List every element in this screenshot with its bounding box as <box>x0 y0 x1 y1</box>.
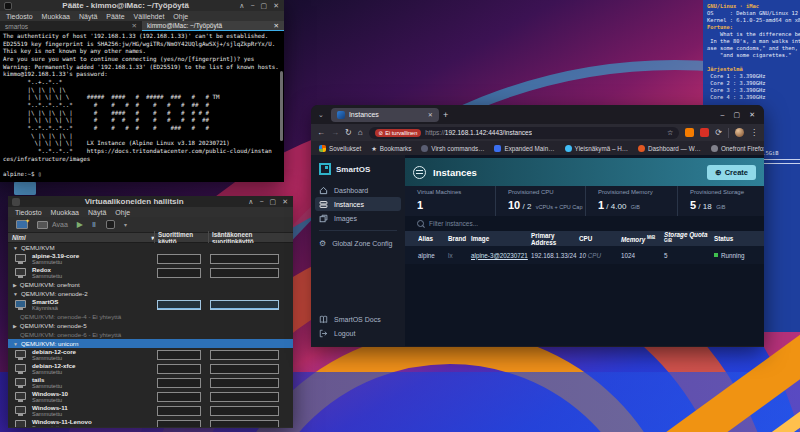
vmm-titlebar[interactable]: Virtuaalikoneiden hallitsin ∧ − ▢ ✕ <box>8 196 293 207</box>
filter-input[interactable]: Filter instances... <box>405 216 764 231</box>
bookmark-item[interactable]: Yleisnäkymä – H… <box>565 145 629 152</box>
tab-close-icon[interactable]: ✕ <box>132 22 137 30</box>
browser-tab[interactable]: Instances ✕ <box>331 108 439 122</box>
pause-icon[interactable]: ‖ <box>92 220 97 229</box>
rollup-icon[interactable]: ∧ <box>239 2 244 10</box>
sidebar-item-instances[interactable]: Instances <box>315 197 401 211</box>
play-icon[interactable]: ▶ <box>77 220 83 229</box>
menu-muokkaa[interactable]: Muokkaa <box>51 209 79 216</box>
menu-ohje[interactable]: Ohje <box>173 13 188 20</box>
col-memory[interactable]: Memory MiB <box>621 235 664 243</box>
back-icon[interactable]: ← <box>317 128 325 137</box>
create-button[interactable]: ⊕Create <box>707 165 756 180</box>
extension-icon-orange[interactable] <box>685 128 694 137</box>
column-name[interactable]: Nimi▾ <box>8 234 154 241</box>
col-status[interactable]: Status <box>714 235 764 242</box>
account-avatar[interactable] <box>735 128 744 137</box>
vm-row[interactable]: alpine-3.19-core Sammutettu <box>8 252 293 266</box>
col-primary-address[interactable]: Primary Address <box>531 232 579 246</box>
maximize-icon[interactable]: ▢ <box>270 198 277 206</box>
bookmark-item[interactable]: ★Bookmarks <box>371 145 411 152</box>
close-icon[interactable]: ✕ <box>749 111 755 119</box>
bookmark-item[interactable]: Virsh commands… <box>421 145 484 152</box>
terminal-tab-smartos[interactable]: smartos ✕ <box>0 21 142 31</box>
terminal-titlebar[interactable]: Pääte - kimmo@iMac: ~/Työpöytä ∧ − ▢ ✕ <box>0 0 284 11</box>
vm-row[interactable]: debian-12-xfce Sammutettu <box>8 362 293 376</box>
close-icon[interactable]: ✕ <box>273 2 279 10</box>
open-vm-icon[interactable] <box>37 221 48 229</box>
bookmark-item[interactable]: Sovellukset <box>319 145 361 152</box>
tab-close-icon[interactable]: ✕ <box>428 111 433 118</box>
bookmark-item[interactable]: Expanded Main… <box>494 145 554 152</box>
menu-paate[interactable]: Pääte <box>106 13 124 20</box>
vm-row[interactable]: Windows-11-Lenovo Sammutettu <box>8 418 293 427</box>
maximize-icon[interactable]: ▢ <box>261 2 268 10</box>
vm-group[interactable]: ▶QEMU/KVM: onefront <box>8 280 293 289</box>
expander-icon[interactable]: ▼ <box>13 245 18 251</box>
col-cpu[interactable]: CPU <box>579 235 621 242</box>
vm-row[interactable]: debian-12-core Sammutettu <box>8 348 293 362</box>
close-icon[interactable]: ✕ <box>282 198 288 206</box>
extension-icon-red[interactable] <box>700 128 709 137</box>
menu-nayta[interactable]: Näytä <box>79 13 97 20</box>
bookmark-star-icon[interactable]: ☆ <box>667 129 673 137</box>
menu-ohje[interactable]: Ohje <box>115 209 130 216</box>
maximize-icon[interactable]: ▢ <box>734 111 741 119</box>
menu-muokkaa[interactable]: Muokkaa <box>42 13 70 20</box>
open-button[interactable]: Avaa <box>52 221 68 228</box>
col-brand[interactable]: Brand <box>448 235 471 242</box>
instance-row[interactable]: alpine lx alpine-3@20230721 192.168.1.33… <box>405 246 764 264</box>
chevron-down-icon[interactable]: ▾ <box>124 221 127 228</box>
refresh-extension-icon[interactable]: ⟳ <box>715 128 722 137</box>
menu-tiedosto[interactable]: Tiedosto <box>6 13 33 20</box>
vm-row[interactable]: Redox Sammutettu <box>8 266 293 280</box>
terminal-scrollbar[interactable] <box>280 71 283 141</box>
col-image[interactable]: Image <box>471 235 531 242</box>
vm-row[interactable]: tails Sammutettu <box>8 376 293 390</box>
vm-group-disconnected[interactable]: QEMU/KVM: onenode-6 - Ei yhteyttä <box>8 330 293 339</box>
tab-close-icon[interactable]: ✕ <box>274 22 279 30</box>
sidebar-item-images[interactable]: Images <box>311 211 405 225</box>
expander-icon[interactable]: ▼ <box>13 341 18 347</box>
rollup-icon[interactable]: ∧ <box>248 198 253 206</box>
expander-icon[interactable]: ▶ <box>13 282 17 288</box>
list-tabs-icon[interactable]: ⌄ <box>315 111 327 119</box>
home-icon[interactable]: ⌂ <box>358 128 363 137</box>
menu-tiedosto[interactable]: Tiedosto <box>15 209 42 216</box>
menu-kebab-icon[interactable]: ⋮ <box>750 128 758 137</box>
menu-valilehdet[interactable]: Välilehdet <box>134 13 165 20</box>
menu-nayta[interactable]: Näytä <box>88 209 106 216</box>
vm-group[interactable]: ▼QEMU/KVM: onenode-2 <box>8 289 293 298</box>
url-bar[interactable]: ⊘Ei turvallinen https://192.168.1.142:44… <box>369 127 680 139</box>
terminal-tab-active[interactable]: kimmo@iMac: ~/Työpöytä ✕ <box>142 21 284 31</box>
vm-row-running[interactable]: SmartOS Käynnissä <box>8 298 293 312</box>
vm-row[interactable]: Windows-11 Sammutettu <box>8 404 293 418</box>
minimize-icon[interactable]: – <box>721 111 725 119</box>
insecure-badge[interactable]: ⊘Ei turvallinen <box>375 129 422 137</box>
vm-group-selected[interactable]: ▼QEMU/KVM: unicorn <box>8 339 293 348</box>
vm-row[interactable]: Windows-10 Sammutettu <box>8 390 293 404</box>
new-tab-icon[interactable]: + <box>443 110 448 120</box>
sidebar-item-smartos-docs[interactable]: SmartOS Docs <box>311 312 405 326</box>
sidebar-item-global-zone-config[interactable]: ⚙ Global Zone Config <box>311 236 405 250</box>
expander-icon[interactable]: ▼ <box>13 291 18 297</box>
vm-group-disconnected[interactable]: QEMU/KVM: onenode-4 - Ei yhteyttä <box>8 312 293 321</box>
forward-icon[interactable]: → <box>331 128 339 137</box>
expander-icon[interactable]: ▶ <box>13 323 17 329</box>
image-link[interactable]: alpine-3@20230721 <box>471 252 531 259</box>
vm-group[interactable]: ▶QEMU/KVM: onenode-5 <box>8 321 293 330</box>
minimize-icon[interactable]: − <box>259 198 263 206</box>
bookmark-favicon <box>319 145 326 152</box>
col-alias[interactable]: Alias <box>418 235 448 242</box>
reload-icon[interactable]: ↻ <box>345 128 352 137</box>
sidebar-item-dashboard[interactable]: Dashboard <box>311 183 405 197</box>
col-storage-quota[interactable]: Storage Quota GiB <box>664 231 714 246</box>
bookmark-item[interactable]: Onefront Firefox <box>711 145 764 152</box>
shutdown-icon[interactable] <box>106 220 115 229</box>
bookmark-item[interactable]: Dashboard — W… <box>638 145 701 152</box>
new-vm-icon[interactable] <box>16 220 28 229</box>
sidebar-item-logout[interactable]: Logout <box>311 326 405 340</box>
minimize-icon[interactable]: − <box>250 2 254 10</box>
terminal-output-area[interactable]: The authenticity of host '192.168.1.33 (… <box>0 31 284 182</box>
vm-group[interactable]: ▼QEMU/KVM <box>8 243 293 252</box>
